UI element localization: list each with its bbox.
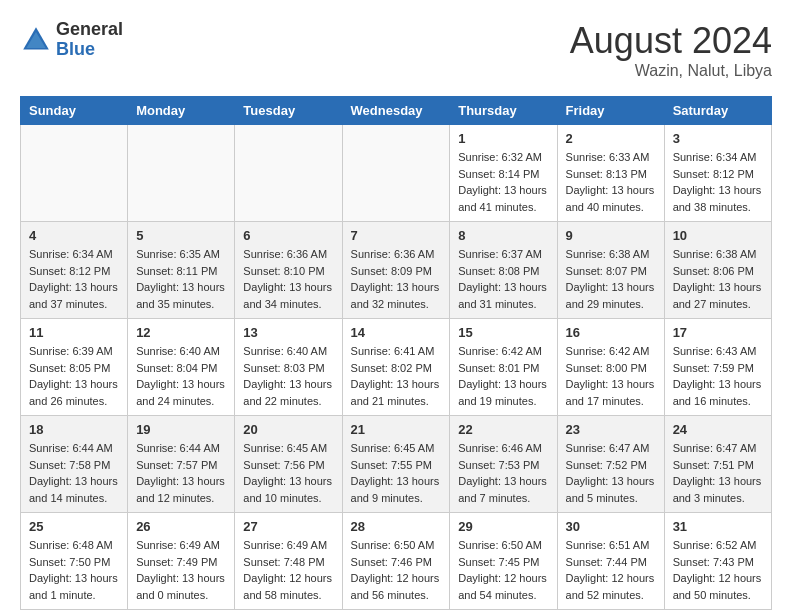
day-number: 3 — [673, 131, 763, 146]
logo-general: General — [56, 20, 123, 40]
day-number: 21 — [351, 422, 442, 437]
logo-icon — [20, 24, 52, 56]
day-number: 20 — [243, 422, 333, 437]
day-number: 15 — [458, 325, 548, 340]
day-info: Sunrise: 6:38 AMSunset: 8:07 PMDaylight:… — [566, 246, 656, 312]
day-info: Sunrise: 6:52 AMSunset: 7:43 PMDaylight:… — [673, 537, 763, 603]
day-number: 18 — [29, 422, 119, 437]
day-info: Sunrise: 6:41 AMSunset: 8:02 PMDaylight:… — [351, 343, 442, 409]
day-info: Sunrise: 6:38 AMSunset: 8:06 PMDaylight:… — [673, 246, 763, 312]
calendar-cell: 22Sunrise: 6:46 AMSunset: 7:53 PMDayligh… — [450, 416, 557, 513]
day-info: Sunrise: 6:40 AMSunset: 8:03 PMDaylight:… — [243, 343, 333, 409]
calendar-cell: 14Sunrise: 6:41 AMSunset: 8:02 PMDayligh… — [342, 319, 450, 416]
day-info: Sunrise: 6:49 AMSunset: 7:49 PMDaylight:… — [136, 537, 226, 603]
day-info: Sunrise: 6:50 AMSunset: 7:45 PMDaylight:… — [458, 537, 548, 603]
day-number: 13 — [243, 325, 333, 340]
day-info: Sunrise: 6:45 AMSunset: 7:56 PMDaylight:… — [243, 440, 333, 506]
day-number: 1 — [458, 131, 548, 146]
col-header-tuesday: Tuesday — [235, 97, 342, 125]
calendar-cell: 11Sunrise: 6:39 AMSunset: 8:05 PMDayligh… — [21, 319, 128, 416]
calendar-cell: 20Sunrise: 6:45 AMSunset: 7:56 PMDayligh… — [235, 416, 342, 513]
day-number: 26 — [136, 519, 226, 534]
day-number: 9 — [566, 228, 656, 243]
calendar-cell: 29Sunrise: 6:50 AMSunset: 7:45 PMDayligh… — [450, 513, 557, 610]
day-info: Sunrise: 6:46 AMSunset: 7:53 PMDaylight:… — [458, 440, 548, 506]
calendar-cell: 21Sunrise: 6:45 AMSunset: 7:55 PMDayligh… — [342, 416, 450, 513]
calendar-cell: 28Sunrise: 6:50 AMSunset: 7:46 PMDayligh… — [342, 513, 450, 610]
day-info: Sunrise: 6:51 AMSunset: 7:44 PMDaylight:… — [566, 537, 656, 603]
col-header-monday: Monday — [128, 97, 235, 125]
day-number: 24 — [673, 422, 763, 437]
logo-blue: Blue — [56, 40, 123, 60]
day-info: Sunrise: 6:48 AMSunset: 7:50 PMDaylight:… — [29, 537, 119, 603]
calendar-cell: 18Sunrise: 6:44 AMSunset: 7:58 PMDayligh… — [21, 416, 128, 513]
day-number: 11 — [29, 325, 119, 340]
day-info: Sunrise: 6:44 AMSunset: 7:58 PMDaylight:… — [29, 440, 119, 506]
calendar-cell: 8Sunrise: 6:37 AMSunset: 8:08 PMDaylight… — [450, 222, 557, 319]
col-header-friday: Friday — [557, 97, 664, 125]
month-year: August 2024 — [570, 20, 772, 62]
calendar-cell: 30Sunrise: 6:51 AMSunset: 7:44 PMDayligh… — [557, 513, 664, 610]
day-number: 14 — [351, 325, 442, 340]
day-info: Sunrise: 6:33 AMSunset: 8:13 PMDaylight:… — [566, 149, 656, 215]
day-number: 7 — [351, 228, 442, 243]
day-number: 10 — [673, 228, 763, 243]
calendar-week-row: 1Sunrise: 6:32 AMSunset: 8:14 PMDaylight… — [21, 125, 772, 222]
day-info: Sunrise: 6:34 AMSunset: 8:12 PMDaylight:… — [673, 149, 763, 215]
day-number: 8 — [458, 228, 548, 243]
calendar-cell: 7Sunrise: 6:36 AMSunset: 8:09 PMDaylight… — [342, 222, 450, 319]
col-header-wednesday: Wednesday — [342, 97, 450, 125]
page-header: General Blue August 2024 Wazin, Nalut, L… — [20, 20, 772, 80]
day-info: Sunrise: 6:49 AMSunset: 7:48 PMDaylight:… — [243, 537, 333, 603]
day-info: Sunrise: 6:40 AMSunset: 8:04 PMDaylight:… — [136, 343, 226, 409]
calendar-cell: 27Sunrise: 6:49 AMSunset: 7:48 PMDayligh… — [235, 513, 342, 610]
calendar-cell: 25Sunrise: 6:48 AMSunset: 7:50 PMDayligh… — [21, 513, 128, 610]
calendar-cell — [235, 125, 342, 222]
col-header-sunday: Sunday — [21, 97, 128, 125]
calendar-table: SundayMondayTuesdayWednesdayThursdayFrid… — [20, 96, 772, 610]
calendar-cell: 19Sunrise: 6:44 AMSunset: 7:57 PMDayligh… — [128, 416, 235, 513]
calendar-cell: 9Sunrise: 6:38 AMSunset: 8:07 PMDaylight… — [557, 222, 664, 319]
col-header-saturday: Saturday — [664, 97, 771, 125]
day-info: Sunrise: 6:44 AMSunset: 7:57 PMDaylight:… — [136, 440, 226, 506]
day-info: Sunrise: 6:37 AMSunset: 8:08 PMDaylight:… — [458, 246, 548, 312]
day-info: Sunrise: 6:36 AMSunset: 8:09 PMDaylight:… — [351, 246, 442, 312]
day-info: Sunrise: 6:42 AMSunset: 8:01 PMDaylight:… — [458, 343, 548, 409]
day-number: 31 — [673, 519, 763, 534]
calendar-week-row: 11Sunrise: 6:39 AMSunset: 8:05 PMDayligh… — [21, 319, 772, 416]
calendar-cell: 17Sunrise: 6:43 AMSunset: 7:59 PMDayligh… — [664, 319, 771, 416]
day-number: 27 — [243, 519, 333, 534]
day-number: 19 — [136, 422, 226, 437]
day-number: 25 — [29, 519, 119, 534]
calendar-cell — [128, 125, 235, 222]
day-number: 12 — [136, 325, 226, 340]
calendar-cell: 31Sunrise: 6:52 AMSunset: 7:43 PMDayligh… — [664, 513, 771, 610]
calendar-cell: 5Sunrise: 6:35 AMSunset: 8:11 PMDaylight… — [128, 222, 235, 319]
calendar-cell: 2Sunrise: 6:33 AMSunset: 8:13 PMDaylight… — [557, 125, 664, 222]
day-info: Sunrise: 6:39 AMSunset: 8:05 PMDaylight:… — [29, 343, 119, 409]
day-info: Sunrise: 6:45 AMSunset: 7:55 PMDaylight:… — [351, 440, 442, 506]
day-info: Sunrise: 6:50 AMSunset: 7:46 PMDaylight:… — [351, 537, 442, 603]
day-info: Sunrise: 6:43 AMSunset: 7:59 PMDaylight:… — [673, 343, 763, 409]
day-number: 6 — [243, 228, 333, 243]
day-number: 23 — [566, 422, 656, 437]
calendar-week-row: 25Sunrise: 6:48 AMSunset: 7:50 PMDayligh… — [21, 513, 772, 610]
day-info: Sunrise: 6:36 AMSunset: 8:10 PMDaylight:… — [243, 246, 333, 312]
day-number: 16 — [566, 325, 656, 340]
col-header-thursday: Thursday — [450, 97, 557, 125]
calendar-week-row: 4Sunrise: 6:34 AMSunset: 8:12 PMDaylight… — [21, 222, 772, 319]
title-block: August 2024 Wazin, Nalut, Libya — [570, 20, 772, 80]
calendar-cell — [21, 125, 128, 222]
calendar-header-row: SundayMondayTuesdayWednesdayThursdayFrid… — [21, 97, 772, 125]
day-number: 22 — [458, 422, 548, 437]
day-info: Sunrise: 6:34 AMSunset: 8:12 PMDaylight:… — [29, 246, 119, 312]
calendar-cell: 15Sunrise: 6:42 AMSunset: 8:01 PMDayligh… — [450, 319, 557, 416]
day-number: 4 — [29, 228, 119, 243]
day-number: 2 — [566, 131, 656, 146]
day-info: Sunrise: 6:35 AMSunset: 8:11 PMDaylight:… — [136, 246, 226, 312]
calendar-cell: 13Sunrise: 6:40 AMSunset: 8:03 PMDayligh… — [235, 319, 342, 416]
day-number: 28 — [351, 519, 442, 534]
calendar-cell: 26Sunrise: 6:49 AMSunset: 7:49 PMDayligh… — [128, 513, 235, 610]
calendar-cell: 10Sunrise: 6:38 AMSunset: 8:06 PMDayligh… — [664, 222, 771, 319]
logo: General Blue — [20, 20, 123, 60]
